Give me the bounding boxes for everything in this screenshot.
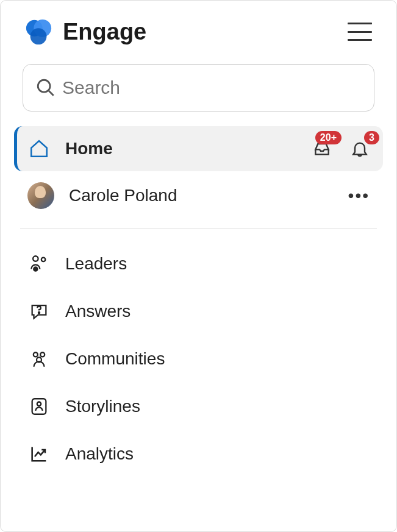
engage-logo-icon [25,18,53,46]
svg-point-5 [33,256,38,261]
svg-point-8 [38,312,40,313]
menu-communities[interactable]: Communities [14,335,383,383]
nav-home-label: Home [65,139,298,158]
communities-icon [27,347,51,371]
header: Engage [1,1,396,52]
svg-point-6 [41,258,46,262]
inbox-button[interactable]: 20+ [312,139,332,158]
leaders-icon [27,252,51,275]
storylines-icon [27,395,51,418]
primary-nav: Home 20+ 3 Carole Poland ••• [1,126,396,220]
brand: Engage [25,18,146,46]
svg-point-3 [38,80,50,92]
menu-leaders[interactable]: Leaders [14,240,383,288]
nav-home[interactable]: Home 20+ 3 [14,126,383,171]
menu-leaders-label: Leaders [65,254,127,274]
menu-communities-label: Communities [65,349,165,369]
analytics-icon [27,442,51,466]
more-icon[interactable]: ••• [348,186,370,205]
menu-answers-label: Answers [65,302,131,321]
svg-point-2 [30,28,47,44]
user-name: Carole Poland [69,186,334,205]
svg-point-13 [37,402,41,406]
inbox-badge: 20+ [315,131,342,144]
search-icon [35,77,56,98]
menu-list: Leaders Answers Communities [1,240,396,478]
nav-home-actions: 20+ 3 [312,139,370,158]
notifications-button[interactable]: 3 [350,139,370,158]
svg-point-9 [34,352,38,356]
search-container [1,52,396,126]
user-row[interactable]: Carole Poland ••• [14,171,383,220]
menu-storylines[interactable]: Storylines [14,383,383,430]
menu-storylines-label: Storylines [65,397,140,416]
menu-answers[interactable]: Answers [14,288,383,335]
app-title: Engage [63,19,146,45]
svg-point-10 [40,352,45,356]
hamburger-menu-icon[interactable] [348,23,372,41]
answers-icon [27,300,51,323]
menu-analytics[interactable]: Analytics [14,430,383,478]
search-box[interactable] [23,64,374,112]
menu-analytics-label: Analytics [65,444,134,464]
svg-line-4 [48,90,54,96]
search-input[interactable] [62,77,362,98]
avatar [27,182,54,209]
home-icon [27,137,51,160]
divider [20,229,377,229]
notifications-badge: 3 [364,131,379,144]
